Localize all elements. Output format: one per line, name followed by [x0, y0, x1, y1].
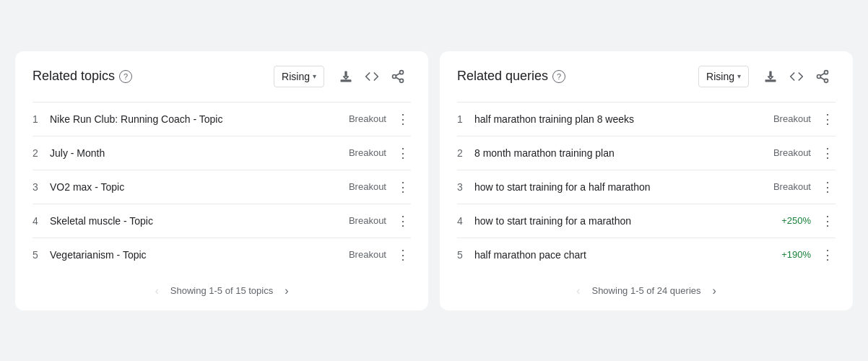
share-button[interactable]: [385, 66, 411, 87]
panel-related-topics: Related topics?Rising▾1Nike Run Club: Ru…: [15, 51, 428, 310]
next-page-button[interactable]: ›: [710, 283, 719, 299]
list-item: 4Skeletal muscle - TopicBreakout⋮: [32, 204, 411, 238]
next-page-button[interactable]: ›: [282, 283, 291, 299]
list-item: 1half marathon training plan 8 weeksBrea…: [457, 102, 836, 136]
item-rank: 3: [457, 181, 474, 193]
item-rank: 2: [32, 147, 50, 159]
item-badge: Breakout: [349, 147, 386, 158]
pagination-label: Showing 1-5 of 24 queries: [591, 285, 700, 296]
more-options-button[interactable]: ⋮: [395, 214, 411, 227]
svg-line-3: [396, 77, 400, 79]
panel-title: Related queries: [457, 69, 548, 84]
more-options-button[interactable]: ⋮: [820, 248, 836, 261]
more-options-button[interactable]: ⋮: [820, 180, 836, 193]
panel-related-queries: Related queries?Rising▾1half marathon tr…: [440, 51, 853, 310]
embed-code-button[interactable]: [784, 66, 810, 87]
download-button[interactable]: [758, 66, 784, 87]
chevron-down-icon: ▾: [313, 72, 316, 80]
more-options-button[interactable]: ⋮: [395, 180, 411, 193]
item-badge: Breakout: [773, 113, 811, 124]
item-rank: 3: [32, 181, 50, 193]
more-options-button[interactable]: ⋮: [395, 113, 411, 126]
item-badge: +190%: [781, 249, 811, 260]
item-label: 8 month marathon training plan: [474, 147, 773, 159]
item-rank: 5: [32, 249, 50, 261]
chevron-down-icon: ▾: [737, 72, 741, 80]
panel-footer: ‹Showing 1-5 of 24 queries›: [457, 271, 836, 299]
code-icon: [365, 69, 379, 84]
item-rank: 5: [457, 249, 474, 261]
item-badge: Breakout: [349, 181, 386, 192]
item-badge: Breakout: [773, 181, 811, 192]
item-badge: +250%: [781, 215, 811, 226]
embed-code-button[interactable]: [359, 66, 385, 87]
filter-label: Rising: [706, 71, 734, 82]
panel-footer: ‹Showing 1-5 of 15 topics›: [32, 271, 411, 299]
svg-line-9: [820, 73, 825, 75]
prev-page-button[interactable]: ‹: [573, 283, 583, 299]
more-options-button[interactable]: ⋮: [820, 214, 836, 227]
item-badge: Breakout: [349, 215, 386, 226]
item-label: Nike Run Club: Running Coach - Topic: [50, 113, 349, 125]
download-icon: [339, 69, 353, 84]
help-icon[interactable]: ?: [552, 70, 565, 83]
item-label: VO2 max - Topic: [50, 181, 349, 193]
list-item: 3how to start training for a half marath…: [457, 170, 836, 204]
filter-dropdown[interactable]: Rising▾: [274, 66, 324, 87]
share-button[interactable]: [810, 66, 836, 87]
filter-label: Rising: [282, 71, 310, 82]
item-rank: 1: [32, 113, 50, 125]
panel-header: Related queries?Rising▾: [457, 66, 836, 87]
list-item: 28 month marathon training planBreakout⋮: [457, 136, 836, 170]
help-icon[interactable]: ?: [119, 70, 132, 83]
item-label: half marathon pace chart: [474, 249, 781, 261]
download-icon: [763, 69, 778, 84]
svg-line-4: [396, 73, 400, 75]
panel-header: Related topics?Rising▾: [32, 66, 411, 87]
item-badge: Breakout: [349, 113, 386, 124]
item-rank: 1: [457, 113, 474, 125]
panels-container: Related topics?Rising▾1Nike Run Club: Ru…: [15, 51, 853, 310]
list-item: 2July - MonthBreakout⋮: [32, 136, 411, 170]
more-options-button[interactable]: ⋮: [395, 248, 411, 261]
svg-line-8: [820, 77, 825, 79]
more-options-button[interactable]: ⋮: [395, 147, 411, 160]
item-label: how to start training for a half maratho…: [474, 181, 773, 193]
item-label: Vegetarianism - Topic: [50, 249, 349, 261]
list-item: 5half marathon pace chart+190%⋮: [457, 238, 836, 271]
item-badge: Breakout: [349, 249, 386, 260]
share-icon: [391, 69, 405, 84]
list-item: 3VO2 max - TopicBreakout⋮: [32, 170, 411, 204]
more-options-button[interactable]: ⋮: [820, 147, 836, 160]
item-label: July - Month: [50, 147, 349, 159]
item-label: half marathon training plan 8 weeks: [474, 113, 773, 125]
list-item: 4how to start training for a marathon+25…: [457, 204, 836, 238]
panel-title: Related topics: [32, 69, 115, 84]
item-badge: Breakout: [773, 147, 811, 158]
download-button[interactable]: [333, 66, 359, 87]
item-rank: 4: [457, 215, 474, 227]
pagination-label: Showing 1-5 of 15 topics: [170, 285, 273, 296]
prev-page-button[interactable]: ‹: [152, 283, 161, 299]
item-label: Skeletal muscle - Topic: [50, 215, 349, 227]
filter-dropdown[interactable]: Rising▾: [698, 66, 749, 87]
more-options-button[interactable]: ⋮: [820, 113, 836, 126]
list-item: 1Nike Run Club: Running Coach - TopicBre…: [32, 102, 411, 136]
share-icon: [815, 69, 830, 84]
code-icon: [789, 69, 804, 84]
item-rank: 2: [457, 147, 474, 159]
item-label: how to start training for a marathon: [474, 215, 781, 227]
list-item: 5Vegetarianism - TopicBreakout⋮: [32, 238, 411, 271]
item-rank: 4: [32, 215, 50, 227]
